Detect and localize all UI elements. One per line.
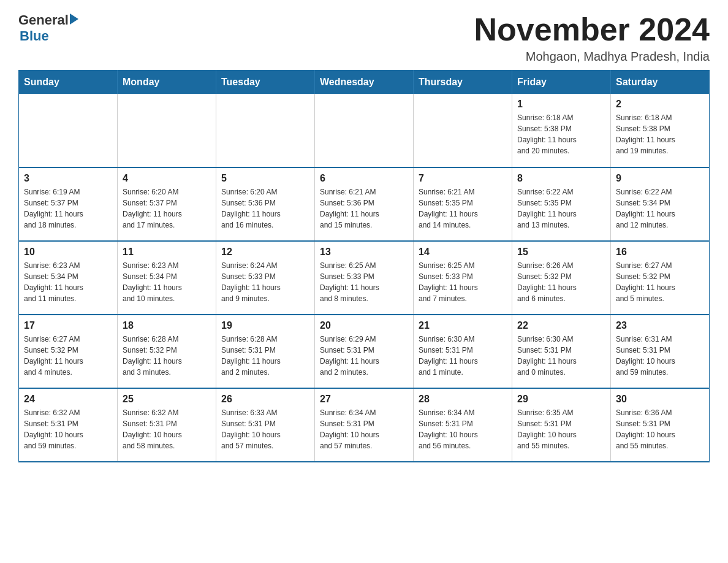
day-info: Sunrise: 6:20 AM Sunset: 5:36 PM Dayligh…	[221, 186, 309, 231]
table-row: 3Sunrise: 6:19 AM Sunset: 5:37 PM Daylig…	[19, 167, 118, 241]
table-row: 25Sunrise: 6:32 AM Sunset: 5:31 PM Dayli…	[118, 388, 216, 462]
title-area: November 2024 Mohgaon, Madhya Pradesh, I…	[474, 12, 710, 64]
table-row: 4Sunrise: 6:20 AM Sunset: 5:37 PM Daylig…	[118, 167, 216, 241]
day-number: 8	[517, 173, 605, 184]
table-row: 13Sunrise: 6:25 AM Sunset: 5:33 PM Dayli…	[315, 241, 414, 315]
day-number: 24	[24, 394, 112, 405]
table-row: 23Sunrise: 6:31 AM Sunset: 5:31 PM Dayli…	[611, 315, 710, 388]
calendar-week-row: 3Sunrise: 6:19 AM Sunset: 5:37 PM Daylig…	[19, 167, 710, 241]
day-info: Sunrise: 6:21 AM Sunset: 5:35 PM Dayligh…	[419, 186, 507, 231]
day-number: 26	[221, 394, 309, 405]
day-info: Sunrise: 6:27 AM Sunset: 5:32 PM Dayligh…	[24, 334, 112, 378]
calendar-week-row: 10Sunrise: 6:23 AM Sunset: 5:34 PM Dayli…	[19, 241, 710, 315]
day-info: Sunrise: 6:31 AM Sunset: 5:31 PM Dayligh…	[616, 334, 704, 378]
table-row: 7Sunrise: 6:21 AM Sunset: 5:35 PM Daylig…	[414, 167, 512, 241]
table-row: 27Sunrise: 6:34 AM Sunset: 5:31 PM Dayli…	[315, 388, 414, 462]
day-number: 22	[517, 320, 605, 331]
table-row: 18Sunrise: 6:28 AM Sunset: 5:32 PM Dayli…	[118, 315, 216, 388]
month-title: November 2024	[474, 12, 710, 47]
table-row: 16Sunrise: 6:27 AM Sunset: 5:32 PM Dayli…	[611, 241, 710, 315]
table-row: 24Sunrise: 6:32 AM Sunset: 5:31 PM Dayli…	[19, 388, 118, 462]
day-number: 23	[616, 320, 704, 331]
day-info: Sunrise: 6:35 AM Sunset: 5:31 PM Dayligh…	[517, 407, 605, 451]
day-number: 3	[24, 173, 112, 184]
day-number: 1	[517, 99, 605, 110]
day-number: 20	[320, 320, 408, 331]
day-number: 27	[320, 394, 408, 405]
day-info: Sunrise: 6:28 AM Sunset: 5:32 PM Dayligh…	[123, 334, 211, 378]
table-row	[118, 94, 216, 167]
logo-triangle-icon	[70, 13, 78, 25]
day-number: 10	[24, 247, 112, 258]
day-number: 12	[221, 247, 309, 258]
table-row: 15Sunrise: 6:26 AM Sunset: 5:32 PM Dayli…	[512, 241, 611, 315]
table-row: 5Sunrise: 6:20 AM Sunset: 5:36 PM Daylig…	[216, 167, 315, 241]
day-info: Sunrise: 6:25 AM Sunset: 5:33 PM Dayligh…	[419, 260, 507, 304]
day-info: Sunrise: 6:20 AM Sunset: 5:37 PM Dayligh…	[123, 186, 211, 231]
day-number: 5	[221, 173, 309, 184]
day-info: Sunrise: 6:24 AM Sunset: 5:33 PM Dayligh…	[221, 260, 309, 304]
table-row: 26Sunrise: 6:33 AM Sunset: 5:31 PM Dayli…	[216, 388, 315, 462]
day-number: 6	[320, 173, 408, 184]
table-row	[19, 94, 118, 167]
day-info: Sunrise: 6:32 AM Sunset: 5:31 PM Dayligh…	[24, 407, 112, 451]
day-number: 15	[517, 247, 605, 258]
day-info: Sunrise: 6:30 AM Sunset: 5:31 PM Dayligh…	[517, 334, 605, 378]
logo-general-text: General	[18, 12, 69, 28]
header-monday: Monday	[118, 71, 216, 94]
table-row: 2Sunrise: 6:18 AM Sunset: 5:38 PM Daylig…	[611, 94, 710, 167]
header: General Blue November 2024 Mohgaon, Madh…	[18, 12, 710, 64]
table-row: 11Sunrise: 6:23 AM Sunset: 5:34 PM Dayli…	[118, 241, 216, 315]
header-sunday: Sunday	[19, 71, 118, 94]
day-info: Sunrise: 6:28 AM Sunset: 5:31 PM Dayligh…	[221, 334, 309, 378]
day-number: 13	[320, 247, 408, 258]
day-number: 14	[419, 247, 507, 258]
logo-blue-text: Blue	[20, 28, 49, 44]
calendar-week-row: 1Sunrise: 6:18 AM Sunset: 5:38 PM Daylig…	[19, 94, 710, 167]
day-info: Sunrise: 6:22 AM Sunset: 5:34 PM Dayligh…	[616, 186, 704, 231]
header-friday: Friday	[512, 71, 611, 94]
table-row	[315, 94, 414, 167]
day-number: 9	[616, 173, 704, 184]
table-row: 28Sunrise: 6:34 AM Sunset: 5:31 PM Dayli…	[414, 388, 512, 462]
day-number: 29	[517, 394, 605, 405]
day-info: Sunrise: 6:23 AM Sunset: 5:34 PM Dayligh…	[24, 260, 112, 304]
day-info: Sunrise: 6:34 AM Sunset: 5:31 PM Dayligh…	[320, 407, 408, 451]
day-number: 25	[123, 394, 211, 405]
day-info: Sunrise: 6:18 AM Sunset: 5:38 PM Dayligh…	[517, 112, 605, 156]
table-row: 22Sunrise: 6:30 AM Sunset: 5:31 PM Dayli…	[512, 315, 611, 388]
table-row	[414, 94, 512, 167]
location-subtitle: Mohgaon, Madhya Pradesh, India	[474, 50, 710, 64]
day-number: 19	[221, 320, 309, 331]
day-info: Sunrise: 6:36 AM Sunset: 5:31 PM Dayligh…	[616, 407, 704, 451]
day-number: 30	[616, 394, 704, 405]
table-row: 30Sunrise: 6:36 AM Sunset: 5:31 PM Dayli…	[611, 388, 710, 462]
logo: General Blue	[18, 12, 78, 44]
weekday-header-row: Sunday Monday Tuesday Wednesday Thursday…	[19, 71, 710, 94]
table-row: 1Sunrise: 6:18 AM Sunset: 5:38 PM Daylig…	[512, 94, 611, 167]
day-info: Sunrise: 6:32 AM Sunset: 5:31 PM Dayligh…	[123, 407, 211, 451]
table-row: 21Sunrise: 6:30 AM Sunset: 5:31 PM Dayli…	[414, 315, 512, 388]
calendar-week-row: 17Sunrise: 6:27 AM Sunset: 5:32 PM Dayli…	[19, 315, 710, 388]
day-info: Sunrise: 6:33 AM Sunset: 5:31 PM Dayligh…	[221, 407, 309, 451]
day-info: Sunrise: 6:30 AM Sunset: 5:31 PM Dayligh…	[419, 334, 507, 378]
header-saturday: Saturday	[611, 71, 710, 94]
day-number: 28	[419, 394, 507, 405]
day-number: 16	[616, 247, 704, 258]
day-number: 18	[123, 320, 211, 331]
table-row: 14Sunrise: 6:25 AM Sunset: 5:33 PM Dayli…	[414, 241, 512, 315]
table-row: 6Sunrise: 6:21 AM Sunset: 5:36 PM Daylig…	[315, 167, 414, 241]
header-wednesday: Wednesday	[315, 71, 414, 94]
day-number: 7	[419, 173, 507, 184]
day-info: Sunrise: 6:27 AM Sunset: 5:32 PM Dayligh…	[616, 260, 704, 304]
header-thursday: Thursday	[414, 71, 512, 94]
calendar-table: Sunday Monday Tuesday Wednesday Thursday…	[18, 70, 710, 462]
day-number: 11	[123, 247, 211, 258]
day-number: 4	[123, 173, 211, 184]
day-number: 21	[419, 320, 507, 331]
table-row: 19Sunrise: 6:28 AM Sunset: 5:31 PM Dayli…	[216, 315, 315, 388]
day-info: Sunrise: 6:18 AM Sunset: 5:38 PM Dayligh…	[616, 112, 704, 156]
calendar-week-row: 24Sunrise: 6:32 AM Sunset: 5:31 PM Dayli…	[19, 388, 710, 462]
table-row: 12Sunrise: 6:24 AM Sunset: 5:33 PM Dayli…	[216, 241, 315, 315]
day-info: Sunrise: 6:19 AM Sunset: 5:37 PM Dayligh…	[24, 186, 112, 231]
